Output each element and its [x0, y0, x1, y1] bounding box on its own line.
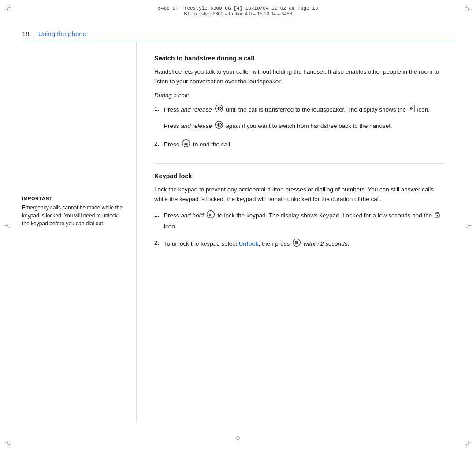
- svg-point-15: [465, 224, 469, 227]
- lock-icon: [435, 211, 440, 221]
- section1-italic-label: During a call:: [154, 92, 445, 99]
- header-line2: BT Freestyle 6300 – Edition 4.0 – 15.10.…: [184, 11, 292, 16]
- page-wrapper: 6488 BT Freestyle 6300 UG [4] 18/10/04 1…: [0, 0, 476, 452]
- end-call-icon: [182, 139, 190, 151]
- right-column: Switch to handsfree during a call Handsf…: [137, 41, 454, 423]
- section2-step1: 1. Press and hold: [154, 210, 445, 231]
- section1-step2: 2. Press to end the call.: [154, 139, 445, 151]
- svg-point-23: [209, 213, 210, 213]
- loudspeaker-display-icon: [409, 105, 415, 116]
- page-title: Using the phone: [38, 30, 86, 37]
- section2-step2: 2. To unlock the keypad select Unlock, t…: [154, 238, 445, 250]
- step1-text: Press and release: [164, 106, 430, 113]
- kp-step2-num: 2.: [154, 238, 164, 248]
- page-number: 18: [22, 30, 30, 37]
- speaker-button-icon: [215, 104, 223, 116]
- bottom-center-mark: [233, 433, 243, 444]
- keypad-icon2: [292, 238, 301, 250]
- svg-point-39: [296, 242, 297, 243]
- svg-point-26: [209, 214, 210, 215]
- keypad-lock-icon: [206, 210, 215, 222]
- svg-point-36: [296, 241, 297, 242]
- svg-point-40: [298, 242, 298, 243]
- unlock-link[interactable]: Unlock: [239, 240, 259, 247]
- step1-content: Press and release: [164, 104, 445, 132]
- important-box: IMPORTANT Emergency calls cannot be made…: [22, 196, 123, 228]
- section1-title: Switch to handsfree during a call: [154, 55, 445, 62]
- kp-step1-content: Press and hold: [164, 210, 445, 231]
- step2-content: Press to end the call.: [164, 139, 445, 151]
- svg-point-11: [465, 441, 469, 445]
- kp-step1-num: 1.: [154, 210, 164, 220]
- content-area: 18 Using the phone IMPORTANT Emergency c…: [22, 22, 454, 430]
- kp-step2-content: To unlock the keypad select Unlock, then…: [164, 238, 445, 250]
- side-mark-right: [462, 220, 472, 232]
- svg-point-43: [298, 243, 298, 244]
- svg-point-30: [210, 215, 211, 216]
- svg-point-35: [295, 241, 296, 242]
- svg-point-13: [7, 224, 11, 227]
- svg-point-17: [236, 436, 240, 440]
- svg-point-37: [298, 241, 298, 242]
- section2-body: Lock the keypad to prevent any accidenta…: [154, 185, 445, 204]
- section1-body: Handsfree lets you talk to your caller w…: [154, 67, 445, 86]
- section-keypad-lock: Keypad lock Lock the keypad to prevent a…: [154, 172, 445, 250]
- svg-point-24: [210, 213, 211, 213]
- section2-steps: 1. Press and hold: [154, 210, 445, 250]
- header-line1: 6488 BT Freestyle 6300 UG [4] 18/10/04 1…: [158, 6, 318, 11]
- step2-num: 2.: [154, 139, 164, 149]
- svg-point-27: [210, 214, 211, 215]
- section-divider: [154, 163, 445, 164]
- section1-step1: 1. Press and release: [154, 104, 445, 132]
- section2-title: Keypad lock: [154, 172, 445, 179]
- reg-mark-bl: [4, 438, 14, 448]
- svg-rect-19: [409, 105, 414, 112]
- step1-sub: Press and release again if you wa: [164, 120, 445, 132]
- header-bar: 6488 BT Freestyle 6300 UG [4] 18/10/04 1…: [0, 0, 476, 22]
- svg-point-31: [212, 215, 212, 216]
- svg-point-25: [212, 213, 212, 213]
- svg-point-41: [295, 243, 296, 244]
- side-mark-left: [4, 220, 14, 232]
- section1-steps: 1. Press and release: [154, 104, 445, 151]
- keypad-locked-text: Keypad Locked: [319, 213, 362, 219]
- important-label: IMPORTANT: [22, 196, 123, 201]
- speaker-button-icon2: [215, 120, 223, 132]
- important-text: Emergency calls cannot be made while the…: [22, 204, 123, 228]
- svg-point-38: [295, 242, 296, 243]
- svg-point-29: [209, 215, 210, 216]
- svg-point-42: [296, 243, 297, 244]
- reg-mark-br: [462, 438, 472, 448]
- svg-point-28: [212, 214, 212, 215]
- svg-point-33: [437, 215, 438, 217]
- two-col-layout: IMPORTANT Emergency calls cannot be made…: [22, 41, 454, 423]
- svg-point-8: [7, 441, 11, 445]
- section-handsfree: Switch to handsfree during a call Handsf…: [154, 55, 445, 151]
- left-column: IMPORTANT Emergency calls cannot be made…: [22, 41, 137, 423]
- page-header: 18 Using the phone: [22, 22, 454, 41]
- step1-num: 1.: [154, 104, 164, 114]
